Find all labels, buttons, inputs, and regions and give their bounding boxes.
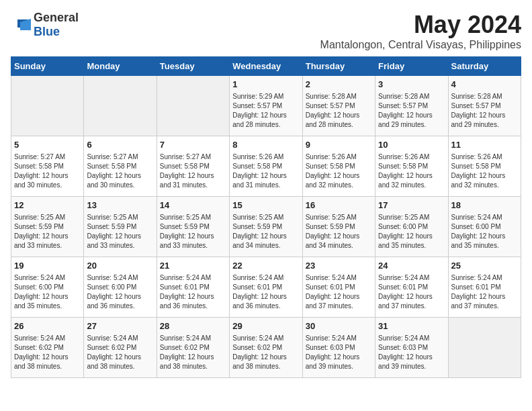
calendar-week-row: 19Sunrise: 5:24 AMSunset: 6:00 PMDayligh… xyxy=(11,257,521,318)
day-info: Sunrise: 5:25 AMSunset: 6:00 PMDaylight:… xyxy=(378,213,445,250)
day-number: 18 xyxy=(451,199,518,212)
calendar-cell: 5Sunrise: 5:27 AMSunset: 5:58 PMDaylight… xyxy=(11,136,84,197)
day-number: 1 xyxy=(232,79,299,91)
day-number: 3 xyxy=(378,79,445,91)
calendar-cell: 20Sunrise: 5:24 AMSunset: 6:00 PMDayligh… xyxy=(84,257,157,318)
day-number: 16 xyxy=(306,199,372,212)
day-info: Sunrise: 5:24 AMSunset: 6:00 PMDaylight:… xyxy=(14,273,81,311)
calendar-cell: 11Sunrise: 5:26 AMSunset: 5:58 PMDayligh… xyxy=(448,136,521,197)
day-of-week-header: Saturday xyxy=(448,57,521,76)
calendar-cell: 18Sunrise: 5:24 AMSunset: 6:00 PMDayligh… xyxy=(448,197,521,257)
calendar-cell: 21Sunrise: 5:24 AMSunset: 6:01 PMDayligh… xyxy=(157,257,229,318)
calendar-week-row: 26Sunrise: 5:24 AMSunset: 6:02 PMDayligh… xyxy=(11,318,521,378)
calendar-cell: 4Sunrise: 5:28 AMSunset: 5:57 PMDaylight… xyxy=(448,76,521,136)
calendar-cell: 24Sunrise: 5:24 AMSunset: 6:01 PMDayligh… xyxy=(375,257,448,318)
day-number: 28 xyxy=(160,320,226,332)
calendar-week-row: 1Sunrise: 5:29 AMSunset: 5:57 PMDaylight… xyxy=(11,76,521,136)
day-info: Sunrise: 5:24 AMSunset: 6:01 PMDaylight:… xyxy=(378,273,445,311)
calendar-cell: 28Sunrise: 5:24 AMSunset: 6:02 PMDayligh… xyxy=(157,318,229,378)
day-number: 10 xyxy=(378,139,445,151)
header: General Blue May 2024 Mantalongon, Centr… xyxy=(11,11,521,51)
logo-blue: Blue xyxy=(34,25,60,38)
day-number: 15 xyxy=(232,199,299,212)
calendar-cell: 17Sunrise: 5:25 AMSunset: 6:00 PMDayligh… xyxy=(375,197,448,257)
day-info: Sunrise: 5:27 AMSunset: 5:58 PMDaylight:… xyxy=(14,152,81,190)
day-info: Sunrise: 5:24 AMSunset: 6:00 PMDaylight:… xyxy=(87,273,153,311)
day-number: 14 xyxy=(160,199,226,212)
month-title: May 2024 xyxy=(320,11,521,39)
day-number: 24 xyxy=(378,260,445,272)
calendar-cell: 3Sunrise: 5:28 AMSunset: 5:57 PMDaylight… xyxy=(375,76,448,136)
day-of-week-header: Monday xyxy=(84,57,157,76)
day-info: Sunrise: 5:24 AMSunset: 6:00 PMDaylight:… xyxy=(451,213,518,250)
day-number: 19 xyxy=(14,260,81,272)
calendar-cell: 31Sunrise: 5:24 AMSunset: 6:03 PMDayligh… xyxy=(375,318,448,378)
day-number: 25 xyxy=(451,260,518,272)
day-info: Sunrise: 5:28 AMSunset: 5:57 PMDaylight:… xyxy=(306,92,372,130)
day-info: Sunrise: 5:25 AMSunset: 5:59 PMDaylight:… xyxy=(14,213,81,250)
calendar-cell xyxy=(157,76,229,136)
day-number: 4 xyxy=(451,79,518,91)
day-number: 11 xyxy=(451,139,518,151)
day-info: Sunrise: 5:26 AMSunset: 5:58 PMDaylight:… xyxy=(451,152,518,190)
calendar-week-row: 12Sunrise: 5:25 AMSunset: 5:59 PMDayligh… xyxy=(11,197,521,257)
calendar-cell: 29Sunrise: 5:24 AMSunset: 6:02 PMDayligh… xyxy=(230,318,302,378)
day-number: 23 xyxy=(306,260,372,272)
calendar-cell: 10Sunrise: 5:26 AMSunset: 5:58 PMDayligh… xyxy=(375,136,448,197)
logo-general: General xyxy=(34,11,79,24)
day-info: Sunrise: 5:24 AMSunset: 6:01 PMDaylight:… xyxy=(451,273,518,311)
calendar-cell: 12Sunrise: 5:25 AMSunset: 5:59 PMDayligh… xyxy=(11,197,84,257)
day-number: 22 xyxy=(232,260,299,272)
day-info: Sunrise: 5:26 AMSunset: 5:58 PMDaylight:… xyxy=(378,152,445,190)
day-number: 29 xyxy=(232,320,299,332)
day-number: 2 xyxy=(306,79,372,91)
day-info: Sunrise: 5:25 AMSunset: 5:59 PMDaylight:… xyxy=(232,213,299,250)
day-number: 20 xyxy=(87,260,153,272)
calendar-cell: 16Sunrise: 5:25 AMSunset: 5:59 PMDayligh… xyxy=(302,197,375,257)
day-number: 12 xyxy=(14,199,81,212)
day-number: 27 xyxy=(87,320,153,332)
calendar-cell: 19Sunrise: 5:24 AMSunset: 6:00 PMDayligh… xyxy=(11,257,84,318)
day-info: Sunrise: 5:24 AMSunset: 6:01 PMDaylight:… xyxy=(306,273,372,311)
day-number: 6 xyxy=(87,139,153,151)
title-area: May 2024 Mantalongon, Central Visayas, P… xyxy=(320,11,521,51)
day-info: Sunrise: 5:24 AMSunset: 6:02 PMDaylight:… xyxy=(14,334,81,371)
day-info: Sunrise: 5:28 AMSunset: 5:57 PMDaylight:… xyxy=(378,92,445,130)
day-info: Sunrise: 5:27 AMSunset: 5:58 PMDaylight:… xyxy=(160,152,226,190)
day-info: Sunrise: 5:24 AMSunset: 6:02 PMDaylight:… xyxy=(232,334,299,371)
calendar-cell: 23Sunrise: 5:24 AMSunset: 6:01 PMDayligh… xyxy=(302,257,375,318)
day-info: Sunrise: 5:25 AMSunset: 5:59 PMDaylight:… xyxy=(160,213,226,250)
day-info: Sunrise: 5:28 AMSunset: 5:57 PMDaylight:… xyxy=(451,92,518,130)
calendar-cell: 15Sunrise: 5:25 AMSunset: 5:59 PMDayligh… xyxy=(230,197,302,257)
calendar-cell: 2Sunrise: 5:28 AMSunset: 5:57 PMDaylight… xyxy=(302,76,375,136)
day-of-week-header: Thursday xyxy=(302,57,375,76)
day-info: Sunrise: 5:24 AMSunset: 6:01 PMDaylight:… xyxy=(160,273,226,311)
calendar-cell: 22Sunrise: 5:24 AMSunset: 6:01 PMDayligh… xyxy=(230,257,302,318)
day-info: Sunrise: 5:24 AMSunset: 6:02 PMDaylight:… xyxy=(160,334,226,371)
day-info: Sunrise: 5:25 AMSunset: 5:59 PMDaylight:… xyxy=(87,213,153,250)
day-of-week-header: Wednesday xyxy=(230,57,302,76)
calendar-cell: 27Sunrise: 5:24 AMSunset: 6:02 PMDayligh… xyxy=(84,318,157,378)
day-number: 26 xyxy=(14,320,81,332)
day-info: Sunrise: 5:29 AMSunset: 5:57 PMDaylight:… xyxy=(232,92,299,130)
calendar-cell: 8Sunrise: 5:26 AMSunset: 5:58 PMDaylight… xyxy=(230,136,302,197)
day-number: 21 xyxy=(160,260,226,272)
day-number: 30 xyxy=(306,320,372,332)
day-number: 9 xyxy=(306,139,372,151)
day-info: Sunrise: 5:24 AMSunset: 6:02 PMDaylight:… xyxy=(87,334,153,371)
day-number: 7 xyxy=(160,139,226,151)
logo: General Blue xyxy=(11,11,79,39)
day-info: Sunrise: 5:24 AMSunset: 6:03 PMDaylight:… xyxy=(378,334,445,371)
calendar-cell xyxy=(84,76,157,136)
day-info: Sunrise: 5:27 AMSunset: 5:58 PMDaylight:… xyxy=(87,152,153,190)
day-of-week-header: Tuesday xyxy=(157,57,229,76)
calendar-cell: 25Sunrise: 5:24 AMSunset: 6:01 PMDayligh… xyxy=(448,257,521,318)
calendar-table: SundayMondayTuesdayWednesdayThursdayFrid… xyxy=(11,56,521,378)
calendar-cell xyxy=(448,318,521,378)
calendar-week-row: 5Sunrise: 5:27 AMSunset: 5:58 PMDaylight… xyxy=(11,136,521,197)
day-of-week-header: Sunday xyxy=(11,57,84,76)
calendar-cell xyxy=(11,76,84,136)
day-number: 17 xyxy=(378,199,445,212)
calendar-cell: 14Sunrise: 5:25 AMSunset: 5:59 PMDayligh… xyxy=(157,197,229,257)
day-info: Sunrise: 5:24 AMSunset: 6:01 PMDaylight:… xyxy=(232,273,299,311)
